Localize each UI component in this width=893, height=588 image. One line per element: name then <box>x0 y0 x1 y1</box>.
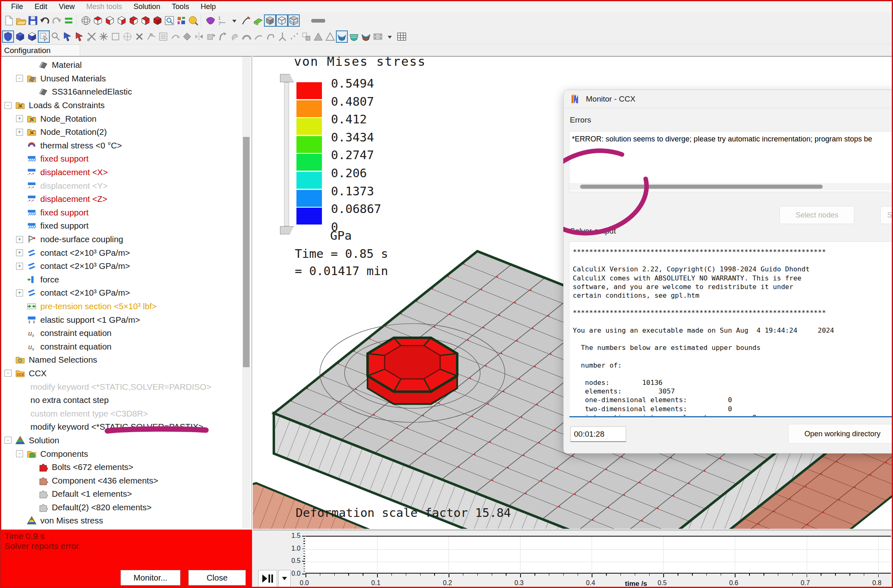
tree-item-fixed-support[interactable]: fixed support <box>1 206 251 220</box>
arc-icon[interactable] <box>252 30 264 43</box>
dialog-title-bar[interactable]: Monitor - CCX <box>564 90 893 108</box>
expander-plus-icon[interactable]: + <box>16 129 23 136</box>
redo-icon[interactable] <box>51 14 62 27</box>
dots-icon[interactable] <box>288 30 300 43</box>
zoom-box-icon[interactable] <box>163 14 175 27</box>
cube-red-top-icon[interactable] <box>92 14 104 27</box>
tree-item-constraint-equation[interactable]: uxconstraint equation <box>1 326 251 340</box>
tree-item-node-rotation-2[interactable]: +Node_Rotation(2) <box>1 125 251 139</box>
hook-icon[interactable] <box>264 30 276 43</box>
tree-item-component-436-elements[interactable]: Component <436 elements> <box>1 474 251 487</box>
transform-icon[interactable] <box>300 30 312 43</box>
tree-item-no-extra-contact-step[interactable]: no extra contact step <box>1 394 251 407</box>
menu-mesh-tools[interactable]: Mesh tools <box>81 1 128 12</box>
move-face-icon[interactable] <box>205 30 217 43</box>
tree-item-contact-2-10-gpa-m[interactable]: +contact <2×10³ GPa/m> <box>1 246 251 259</box>
tree-item-pre-tension-section-5-10-lbf[interactable]: pre-tension section <5×10³ lbf> <box>1 300 251 313</box>
cube-red-front-icon[interactable] <box>104 14 116 27</box>
tree-item-named-selections[interactable]: Named Selections <box>1 353 251 367</box>
axis-icon[interactable] <box>276 30 288 43</box>
select-box-icon[interactable] <box>38 30 50 43</box>
expander-plus-icon[interactable]: + <box>16 249 23 256</box>
triangle-outline-icon[interactable] <box>324 30 336 43</box>
play-options-dropdown[interactable] <box>278 570 291 587</box>
sphere-wire-icon[interactable] <box>121 30 133 43</box>
tree-item-default-1-elements[interactable]: Default <1 elements> <box>1 487 251 501</box>
mask-icon[interactable] <box>204 14 216 27</box>
grab-icon[interactable] <box>229 30 241 43</box>
expander-plus-icon[interactable]: + <box>16 289 23 296</box>
tree-item-node-surface-coupling[interactable]: +node-surface coupling <box>1 233 251 246</box>
basket-teal-icon[interactable] <box>348 30 360 43</box>
magnify-cursor-icon[interactable] <box>50 30 62 43</box>
tree-item-unused-materials[interactable]: -Unused Materials <box>1 72 251 86</box>
star-cut-icon[interactable] <box>97 30 109 43</box>
tree-scrollbar[interactable] <box>242 57 250 528</box>
menu-solution[interactable]: Solution <box>128 1 166 12</box>
measure-icon[interactable] <box>187 14 199 27</box>
tree-item-modify-keyword-static-solver-pastix[interactable]: modify keyword <*STATIC,SOLVER=PASTIX> <box>1 420 251 434</box>
expander-plus-icon[interactable]: + <box>16 115 23 122</box>
sequence-icon[interactable]: 17 <box>216 14 228 27</box>
expander-plus-icon[interactable]: + <box>16 263 23 270</box>
triangle-fill-icon[interactable] <box>312 30 324 43</box>
play-pause-button[interactable] <box>258 570 277 587</box>
cube-red-back-icon[interactable] <box>127 14 139 27</box>
film-icon[interactable] <box>372 30 384 43</box>
expander-minus-icon[interactable]: - <box>16 75 23 82</box>
tree-item-bolts-672-elements[interactable]: Bolts <672 elements> <box>1 461 251 474</box>
expander-minus-icon[interactable]: - <box>16 450 23 457</box>
tree-item-custom-element-type-c3d8r[interactable]: custom element type <C3D8R> <box>1 407 251 420</box>
menu-edit[interactable]: Edit <box>29 1 53 12</box>
pull-icon[interactable] <box>217 30 229 43</box>
menu-help[interactable]: Help <box>195 1 222 12</box>
tree-item-node-rotation[interactable]: +Node_Rotation <box>1 112 251 125</box>
select-nodes-button[interactable]: Select nodes <box>780 206 854 224</box>
tree-item-constraint-equation[interactable]: uxconstraint equation <box>1 340 251 353</box>
menu-file[interactable]: File <box>5 1 29 12</box>
list-box-icon[interactable] <box>157 30 169 43</box>
tree-item-modify-keyword-static-solver-pardiso[interactable]: modify keyword <*STATIC,SOLVER=PARDISO> <box>1 380 251 394</box>
tree-item-ss316anneledelastic[interactable]: SS316anneledElastic <box>1 85 251 99</box>
expander-plus-icon[interactable]: + <box>16 236 23 243</box>
tree-item-solution[interactable]: -Solution <box>1 434 251 447</box>
arrow-red-icon[interactable] <box>74 30 86 43</box>
tree-item-fixed-support[interactable]: fixed support <box>1 219 251 233</box>
cube-blue-open-icon[interactable] <box>26 30 38 43</box>
tree-item-loads-constraints[interactable]: -Loads & Constraints <box>1 99 251 112</box>
diamond-icon[interactable] <box>181 30 193 43</box>
tree-item-fixed-support[interactable]: fixed support <box>1 152 251 166</box>
tiles-icon[interactable] <box>175 14 187 27</box>
node-path-icon[interactable] <box>145 30 157 43</box>
undo-icon[interactable] <box>39 14 51 27</box>
tab-configuration[interactable]: Configuration <box>1 44 80 56</box>
view-mesh-icon[interactable] <box>288 14 300 27</box>
monitor-button[interactable]: Monitor... <box>120 570 180 586</box>
caret-icon[interactable] <box>228 14 240 27</box>
new-file-icon[interactable] <box>3 14 15 27</box>
scissors-icon[interactable] <box>86 30 97 43</box>
delete-x-icon[interactable] <box>133 30 145 43</box>
tree-item-thermal-stress-0-c[interactable]: thermal stress <0 °C> <box>1 139 251 153</box>
close-button[interactable]: Close <box>188 570 246 586</box>
expander-minus-icon[interactable]: - <box>5 437 12 444</box>
shield-cube-icon[interactable] <box>2 30 14 43</box>
open-folder-icon[interactable] <box>15 14 27 27</box>
square-outline-icon[interactable] <box>109 30 121 43</box>
list-green-icon[interactable] <box>62 14 74 27</box>
cube-red-left-icon[interactable] <box>116 14 127 27</box>
tree-item-ccx[interactable]: -CCXCCX <box>1 367 251 380</box>
tree-item-contact-2-10-gpa-m[interactable]: +contact <2×10³ GPa/m> <box>1 286 251 300</box>
tree-item-material[interactable]: Material <box>1 58 251 72</box>
errors-scrollbar[interactable] <box>569 183 893 190</box>
table-icon[interactable] <box>396 30 407 43</box>
basket-brown-icon[interactable] <box>360 30 372 43</box>
menu-view[interactable]: View <box>53 1 81 12</box>
solver-output-textbox[interactable]: ****************************************… <box>569 241 893 417</box>
tree-item-components[interactable]: -Components <box>1 447 251 461</box>
errors-scrollbar-thumb[interactable] <box>580 185 823 189</box>
arch-icon[interactable] <box>241 30 252 43</box>
tree-item-displacement-x[interactable]: displacement <X> <box>1 166 251 179</box>
cube-blue-icon[interactable] <box>14 30 26 43</box>
tree-item-elastic-support-1-gpa-m[interactable]: elastic support <1 GPa/m> <box>1 313 251 326</box>
